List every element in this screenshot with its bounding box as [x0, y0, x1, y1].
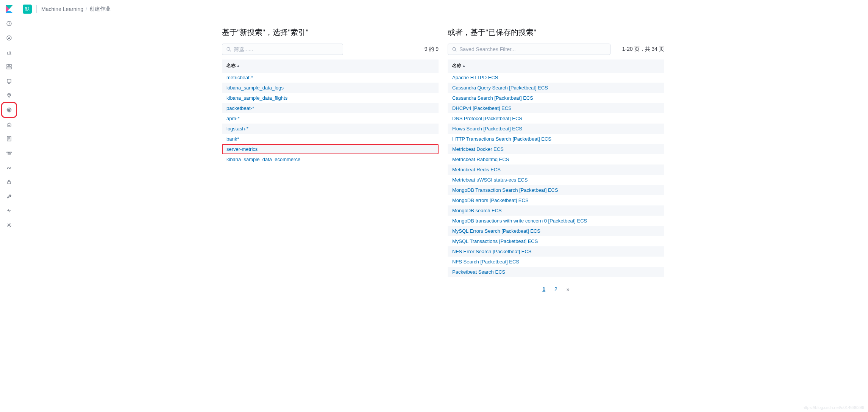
table-row: Metricbeat uWSGI status-ecs ECS — [448, 175, 664, 185]
svg-rect-5 — [7, 79, 11, 82]
index-cell: kibana_sample_data_logs — [222, 83, 439, 93]
machine-learning-icon[interactable] — [3, 104, 15, 116]
saved-search-link[interactable]: MySQL Transactions [Packetbeat] ECS — [452, 238, 538, 244]
saved-search-link[interactable]: Packetbeat Search ECS — [452, 269, 505, 275]
index-cell: server-metrics — [222, 144, 439, 154]
table-row: MongoDB Transaction Search [Packetbeat] … — [448, 185, 664, 195]
logs-icon[interactable] — [3, 133, 15, 145]
space-selector[interactable]: 默 — [23, 5, 32, 14]
saved-search-link[interactable]: Apache HTTPD ECS — [452, 75, 498, 80]
index-link[interactable]: kibana_sample_data_flights — [226, 95, 287, 101]
table-row: MySQL Transactions [Packetbeat] ECS — [448, 236, 664, 246]
saved-search-cell: Packetbeat Search ECS — [448, 267, 664, 277]
saved-search-link[interactable]: Flows Search [Packetbeat] ECS — [452, 126, 522, 132]
table-row: MySQL Errors Search [Packetbeat] ECS — [448, 226, 664, 236]
table-row: NFS Search [Packetbeat] ECS — [448, 257, 664, 267]
table-row: apm-* — [222, 113, 439, 124]
table-row: NFS Error Search [Packetbeat] ECS — [448, 246, 664, 257]
saved-search-link[interactable]: Cassandra Query Search [Packetbeat] ECS — [452, 85, 548, 91]
siem-icon[interactable] — [3, 176, 15, 188]
breadcrumb-separator: / — [86, 6, 87, 12]
visualize-icon[interactable] — [3, 46, 15, 58]
index-count: 9 的 9 — [425, 46, 439, 53]
index-link[interactable]: apm-* — [226, 116, 240, 121]
infrastructure-icon[interactable] — [3, 118, 15, 130]
dev-tools-icon[interactable] — [3, 190, 15, 202]
table-row: bank* — [222, 134, 439, 144]
recent-icon[interactable] — [3, 17, 15, 30]
topbar: 默 Machine Learning / 创建作业 — [18, 0, 868, 18]
breadcrumb-app[interactable]: Machine Learning — [41, 6, 83, 12]
saved-search-link[interactable]: DHCPv4 [Packetbeat] ECS — [452, 105, 512, 111]
dashboard-icon[interactable] — [3, 61, 15, 73]
table-row: HTTP Transactions Search [Packetbeat] EC… — [448, 134, 664, 144]
saved-search-cell: Apache HTTPD ECS — [448, 72, 664, 83]
saved-search-table-header-name[interactable]: 名称▲ — [448, 60, 664, 72]
search-icon — [452, 47, 457, 52]
saved-search-link[interactable]: MongoDB transactions with write concern … — [452, 218, 587, 224]
table-row: MongoDB search ECS — [448, 205, 664, 216]
index-link[interactable]: kibana_sample_data_ecommerce — [226, 157, 300, 162]
table-row: Packetbeat Search ECS — [448, 267, 664, 277]
saved-search-link[interactable]: MySQL Errors Search [Packetbeat] ECS — [452, 228, 540, 234]
maps-icon[interactable] — [3, 89, 15, 102]
index-table-header-name[interactable]: 名称▲ — [222, 60, 439, 72]
index-cell: packetbeat-* — [222, 103, 439, 113]
saved-search-link[interactable]: Cassandra Search [Packetbeat] ECS — [452, 95, 533, 101]
pagination-next[interactable]: » — [564, 285, 573, 294]
index-cell: kibana_sample_data_ecommerce — [222, 154, 439, 164]
table-row: DNS Protocol [Packetbeat] ECS — [448, 113, 664, 124]
saved-search-link[interactable]: Metricbeat Docker ECS — [452, 146, 504, 152]
canvas-icon[interactable] — [3, 75, 15, 87]
table-row: logstash-* — [222, 124, 439, 134]
index-link[interactable]: kibana_sample_data_logs — [226, 85, 284, 91]
saved-search-link[interactable]: MongoDB errors [Packetbeat] ECS — [452, 197, 529, 203]
pagination: 12» — [448, 285, 664, 294]
saved-search-cell: DNS Protocol [Packetbeat] ECS — [448, 113, 664, 124]
index-link[interactable]: logstash-* — [226, 126, 248, 132]
index-link[interactable]: metricbeat-* — [226, 75, 253, 80]
index-link[interactable]: bank* — [226, 136, 239, 142]
breadcrumb: Machine Learning / 创建作业 — [41, 6, 111, 13]
table-row: server-metrics — [222, 144, 439, 154]
table-row: Metricbeat Rabbitmq ECS — [448, 154, 664, 164]
uptime-icon[interactable] — [3, 161, 15, 174]
saved-search-link[interactable]: MongoDB search ECS — [452, 208, 502, 213]
apm-icon[interactable] — [3, 147, 15, 159]
saved-search-cell: MySQL Transactions [Packetbeat] ECS — [448, 236, 664, 246]
table-row: MongoDB transactions with write concern … — [448, 216, 664, 226]
saved-search-link[interactable]: Metricbeat Rabbitmq ECS — [452, 157, 509, 162]
saved-search-link[interactable]: NFS Search [Packetbeat] ECS — [452, 259, 519, 265]
kibana-logo-icon[interactable] — [5, 5, 14, 14]
saved-search-cell: NFS Search [Packetbeat] ECS — [448, 257, 664, 267]
table-row: Cassandra Query Search [Packetbeat] ECS — [448, 83, 664, 93]
stack-monitoring-icon[interactable] — [3, 205, 15, 217]
saved-search-link[interactable]: NFS Error Search [Packetbeat] ECS — [452, 249, 532, 254]
saved-search-link[interactable]: MongoDB Transaction Search [Packetbeat] … — [452, 187, 558, 193]
index-cell: apm-* — [222, 113, 439, 124]
index-link[interactable]: packetbeat-* — [226, 105, 254, 111]
pagination-page[interactable]: 2 — [551, 285, 560, 294]
search-icon — [226, 47, 231, 52]
index-filter-input[interactable] — [222, 44, 343, 55]
index-panel: 基于"新搜索"，选择"索引" 9 的 9 名称▲ metricbeat-*kib… — [222, 27, 439, 403]
sort-asc-icon: ▲ — [462, 64, 466, 68]
pagination-page[interactable]: 1 — [539, 285, 548, 294]
breadcrumb-current: 创建作业 — [89, 6, 111, 13]
svg-point-6 — [8, 94, 9, 95]
saved-search-link[interactable]: HTTP Transactions Search [Packetbeat] EC… — [452, 136, 551, 142]
divider — [36, 5, 37, 13]
management-icon[interactable] — [3, 219, 15, 231]
sidebar-nav — [0, 0, 18, 412]
saved-search-cell: NFS Error Search [Packetbeat] ECS — [448, 246, 664, 257]
index-cell: bank* — [222, 134, 439, 144]
saved-search-link[interactable]: DNS Protocol [Packetbeat] ECS — [452, 116, 522, 121]
saved-search-link[interactable]: Metricbeat uWSGI status-ecs ECS — [452, 177, 528, 183]
saved-search-panel-title: 或者，基于"已保存的搜索" — [448, 27, 664, 38]
saved-search-link[interactable]: Metricbeat Redis ECS — [452, 167, 501, 172]
table-row: MongoDB errors [Packetbeat] ECS — [448, 195, 664, 205]
index-link[interactable]: server-metrics — [226, 146, 258, 152]
saved-search-filter-input[interactable] — [448, 44, 610, 55]
discover-icon[interactable] — [3, 32, 15, 44]
saved-search-cell: Metricbeat Rabbitmq ECS — [448, 154, 664, 164]
